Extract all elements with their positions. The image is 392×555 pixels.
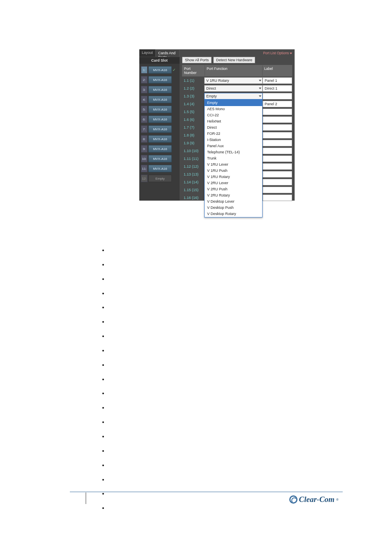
card-slot-row[interactable]: 2: MVX-A16 ✓: [141, 76, 177, 83]
chevron-down-icon: [290, 53, 292, 54]
list-item: [108, 404, 319, 412]
slot-card-button[interactable]: MVX-A16: [148, 135, 172, 143]
menu-option[interactable]: V 2RU Rotary: [205, 192, 262, 199]
list-item: [108, 504, 319, 512]
slot-card-button[interactable]: MVX-A16: [148, 145, 172, 153]
tab-layout[interactable]: Layout: [139, 49, 155, 57]
tab-cards-and-ports[interactable]: Cards And Ports×: [155, 49, 180, 57]
slot-number: 1:: [141, 66, 148, 74]
port-number: 1.5 (5): [182, 110, 204, 114]
port-label-input[interactable]: [263, 179, 292, 185]
menu-option[interactable]: CCI-22: [205, 112, 262, 118]
document-body: [89, 247, 319, 519]
port-grid-header: Port Number Port Function Label: [182, 65, 292, 76]
port-label-input[interactable]: [263, 155, 292, 162]
port-label-input[interactable]: [263, 116, 292, 123]
cards-and-ports-panel: Layout Cards And Ports× Card Slot 1: MVX…: [139, 49, 295, 201]
port-label-input[interactable]: Direct 1: [263, 85, 292, 92]
port-function-dropdown[interactable]: Direct: [204, 85, 263, 92]
card-slot-row[interactable]: 8: MVX-A16 ✓: [141, 135, 177, 143]
port-label-input[interactable]: [263, 148, 292, 154]
port-toolbar: Show All Ports Detect New Hardware: [182, 57, 295, 63]
port-label-input[interactable]: [263, 163, 292, 170]
slot-card-button[interactable]: MVX-A16: [148, 76, 172, 83]
slot-card-button[interactable]: MVX-A16: [148, 96, 172, 103]
col-port-function: Port Function: [205, 65, 262, 76]
card-slot-row[interactable]: 1: MVX-A16 ✓: [141, 66, 177, 74]
list-item: [108, 376, 319, 384]
menu-option[interactable]: Trunk: [205, 155, 262, 162]
port-function-value: Empty: [206, 94, 217, 98]
slot-card-button[interactable]: MVX-A16: [148, 165, 172, 172]
device-bullet-list: [108, 247, 319, 512]
slot-card-button[interactable]: Empty: [148, 175, 172, 182]
port-number: 1.15 (15): [182, 188, 204, 192]
list-item: [108, 390, 319, 398]
port-number: 1.14 (14): [182, 180, 204, 184]
port-label-input[interactable]: [263, 171, 292, 178]
slot-number: 4:: [141, 96, 148, 103]
menu-option[interactable]: Panel Aux: [205, 143, 262, 149]
card-slot-header: Card Slot: [139, 57, 180, 64]
card-slot-row[interactable]: 11: MVX-A16 ✓: [141, 165, 177, 172]
port-label-input[interactable]: [263, 132, 292, 139]
menu-option[interactable]: I-Station: [205, 137, 262, 143]
menu-option[interactable]: V Desktop Lever: [205, 199, 262, 205]
port-function-dropdown[interactable]: V 1RU Rotary: [204, 77, 263, 84]
port-label-input[interactable]: [263, 109, 292, 115]
menu-option[interactable]: V Desktop Rotary: [205, 211, 262, 217]
port-row: 1.3 (3) Empty Empty AES Mono CCI-22 Heli…: [182, 92, 292, 100]
card-slot-row[interactable]: 5: MVX-A16 ✓: [141, 106, 177, 113]
port-function-dropdown[interactable]: Empty: [204, 93, 263, 99]
port-label-value: Panel 1: [265, 79, 277, 83]
menu-option[interactable]: V Desktop Push: [205, 205, 262, 211]
slot-card-button[interactable]: MVX-A16: [148, 66, 172, 74]
port-number: 1.13 (13): [182, 172, 204, 176]
card-slot-row[interactable]: 3: MVX-A16 ✓: [141, 86, 177, 93]
menu-option[interactable]: Telephone (TEL-14): [205, 149, 262, 155]
port-function-value: Direct: [206, 86, 216, 90]
port-label-input[interactable]: Panel 1: [263, 77, 292, 84]
menu-option[interactable]: Empty: [205, 100, 262, 106]
port-number: 1.4 (4): [182, 102, 204, 106]
menu-option[interactable]: Direct: [205, 125, 262, 131]
port-grid: 1.1 (1) V 1RU Rotary Panel 1 1.2 (2) Dir…: [182, 76, 292, 201]
menu-option[interactable]: AES Mono: [205, 106, 262, 112]
port-label-input[interactable]: [263, 140, 292, 146]
menu-option[interactable]: HelixNet: [205, 118, 262, 125]
list-item: [108, 318, 319, 326]
list-item: [108, 433, 319, 441]
detect-new-hardware-button[interactable]: Detect New Hardware: [213, 57, 255, 63]
port-number: 1.9 (9): [182, 141, 204, 145]
card-slot-row[interactable]: 7: MVX-A16 ✓: [141, 125, 177, 133]
port-label-input[interactable]: [263, 93, 292, 99]
menu-option[interactable]: V 2RU Push: [205, 186, 262, 192]
menu-option[interactable]: V 1RU Rotary: [205, 174, 262, 180]
menu-option[interactable]: V 1RU Lever: [205, 162, 262, 168]
card-slot-row[interactable]: 12: Empty ✓: [141, 175, 177, 182]
port-number: 1.3 (3): [182, 94, 204, 98]
port-label-input[interactable]: [263, 187, 292, 193]
port-label-input[interactable]: Panel 2: [263, 101, 292, 107]
slot-number: 9:: [141, 145, 148, 153]
slot-card-button[interactable]: MVX-A16: [148, 86, 172, 93]
slot-card-button[interactable]: MVX-A16: [148, 106, 172, 113]
slot-card-button[interactable]: MVX-A16: [148, 116, 172, 123]
chevron-down-icon: [259, 95, 261, 97]
port-label-input[interactable]: [263, 124, 292, 131]
menu-option[interactable]: V 1RU Push: [205, 168, 262, 174]
card-slot-row[interactable]: 10: MVX-A16 ✓: [141, 155, 177, 162]
port-list-options-link[interactable]: Port List Options: [263, 51, 292, 55]
card-slot-list: 1: MVX-A16 ✓ 2: MVX-A16 ✓ 3: MVX-A16 ✓ 4…: [139, 64, 180, 201]
port-number: 1.1 (1): [182, 79, 204, 83]
slot-card-button[interactable]: MVX-A16: [148, 155, 172, 162]
card-slot-row[interactable]: 9: MVX-A16 ✓: [141, 145, 177, 153]
card-slot-row[interactable]: 6: MVX-A16 ✓: [141, 116, 177, 123]
card-slot-row[interactable]: 4: MVX-A16 ✓: [141, 96, 177, 103]
menu-option[interactable]: V 2RU Lever: [205, 180, 262, 186]
menu-option[interactable]: FOR-22: [205, 131, 262, 137]
show-all-ports-button[interactable]: Show All Ports: [182, 57, 212, 63]
slot-card-button[interactable]: MVX-A16: [148, 125, 172, 133]
port-label-input[interactable]: [263, 194, 292, 201]
port-row: 1.1 (1) V 1RU Rotary Panel 1: [182, 76, 292, 84]
